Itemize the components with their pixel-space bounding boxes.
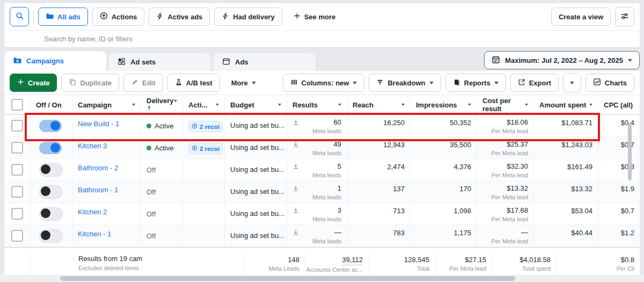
recommendations-cell	[182, 203, 224, 225]
header-delivery[interactable]: Delivery	[141, 95, 182, 114]
results-value: 49	[334, 140, 341, 149]
campaign-name-link[interactable]: Kitchen 3	[78, 139, 107, 150]
campaign-toggle[interactable]	[39, 142, 62, 154]
impressions-cell: 1,098	[410, 203, 477, 225]
sliders-icon	[620, 12, 629, 22]
campaign-toggle[interactable]	[39, 185, 63, 199]
row-checkbox[interactable]	[11, 186, 23, 198]
header-label: CPC (all)	[604, 101, 633, 109]
campaign-cell: New Build - 1	[72, 115, 141, 136]
cpc-cell: $0.7	[598, 203, 640, 225]
download-icon[interactable]	[292, 207, 299, 215]
header-cpc[interactable]: CPC (all)	[598, 95, 640, 114]
delivery-cell: Off	[141, 181, 182, 203]
row-checkbox[interactable]	[11, 208, 23, 220]
filter-had-delivery[interactable]: Had delivery	[214, 8, 282, 26]
header-cost-per-result[interactable]: Cost per result	[477, 95, 533, 114]
campaign-toggle[interactable]	[39, 163, 63, 177]
view-settings-button[interactable]	[615, 7, 634, 26]
budget-cell: Using ad set bu...	[224, 225, 287, 247]
budget-cell: Using ad set bu...	[224, 203, 287, 225]
download-icon[interactable]	[292, 185, 299, 193]
results-value: 1	[338, 184, 341, 193]
columns-button[interactable]: Columns: new	[283, 74, 365, 92]
filter-active-ads[interactable]: Active ads	[149, 8, 210, 26]
campaign-name-link[interactable]: Kitchen - 1	[78, 227, 111, 238]
header-amount-spent[interactable]: Amount spent	[533, 95, 598, 114]
row-checkbox[interactable]	[11, 142, 23, 154]
select-all-checkbox[interactable]	[11, 99, 23, 111]
duplicate-icon	[69, 78, 76, 88]
recommendations-badge[interactable]: 2 recoi	[188, 143, 223, 154]
campaign-name-link[interactable]: New Build - 1	[78, 117, 119, 128]
export-button[interactable]: Export	[510, 74, 559, 92]
campaign-name-link[interactable]: Bathroom - 2	[78, 161, 118, 172]
totals-spent: $4,018.58	[519, 256, 551, 264]
chevron-down-icon	[353, 82, 357, 84]
results-cell: 60 Meta leads	[287, 115, 347, 136]
download-icon[interactable]	[292, 119, 299, 127]
filter-actions[interactable]: Actions	[92, 8, 145, 26]
row-select-cell	[4, 203, 30, 225]
delivery-cell: Off	[141, 159, 182, 180]
edit-button[interactable]: Edit	[123, 74, 163, 92]
spent-value: $161.49	[567, 163, 592, 171]
tab-campaigns[interactable]: A Campaigns	[4, 51, 106, 71]
reports-button[interactable]: Reports	[445, 74, 506, 92]
download-icon[interactable]	[292, 163, 299, 171]
delivery-cell: Off	[141, 203, 182, 225]
reach-cell: 2,474	[347, 159, 410, 180]
create-view-button[interactable]: Create a view	[551, 8, 611, 26]
filter-all-ads[interactable]: All ads	[38, 8, 88, 26]
campaign-name-link[interactable]: Bathroom - 1	[78, 183, 118, 194]
download-icon[interactable]	[292, 229, 299, 237]
off-on-cell	[30, 115, 72, 136]
campaign-toggle[interactable]	[39, 229, 63, 243]
header-campaign[interactable]: Campaign	[72, 95, 141, 114]
header-impressions[interactable]: Impressions	[410, 95, 477, 114]
row-checkbox[interactable]	[11, 120, 23, 132]
create-button[interactable]: Create	[10, 74, 57, 92]
results-value: 3	[338, 206, 341, 215]
campaign-toggle[interactable]	[39, 207, 63, 221]
totals-spent-cell: $4,018.58 Total spent	[492, 252, 556, 275]
more-button[interactable]: More	[224, 74, 263, 92]
chevron-down-icon	[278, 104, 281, 106]
export-options-button[interactable]	[563, 73, 581, 92]
row-checkbox[interactable]	[11, 230, 23, 242]
header-actions[interactable]: Acti...	[182, 95, 224, 114]
results-sub: Meta leads	[312, 172, 341, 178]
totals-empty-cell	[4, 252, 30, 275]
tab-ad-sets[interactable]: Ad sets	[109, 53, 211, 71]
chevron-down-icon	[174, 100, 177, 102]
header-reach[interactable]: Reach	[347, 95, 410, 114]
horizontal-scrollbar-thumb[interactable]	[60, 276, 515, 281]
action-bar: Create Duplicate Edit A/B test More Co	[4, 71, 640, 95]
duplicate-button[interactable]: Duplicate	[61, 74, 119, 92]
campaign-toggle[interactable]	[39, 120, 62, 132]
tab-ads[interactable]: Ads	[214, 53, 316, 71]
search-input[interactable]	[10, 34, 634, 44]
totals-results-sub: Meta Leads	[269, 265, 299, 272]
search-button[interactable]	[10, 7, 29, 26]
charts-button[interactable]: Charts	[586, 74, 634, 92]
calendar-icon	[492, 55, 500, 66]
totals-cpc-sub: Per Cli	[617, 265, 634, 272]
see-more-button[interactable]: See more	[287, 8, 343, 26]
recommendations-badge[interactable]: 2 recoi	[188, 121, 223, 132]
budget-text: Using ad set bu...	[230, 139, 284, 151]
date-range-button[interactable]: Maximum: Jul 2, 2022 – Aug 2, 2025	[484, 51, 640, 69]
delivery-cell: Off	[141, 225, 182, 247]
row-checkbox[interactable]	[11, 164, 23, 176]
off-on-cell	[30, 159, 72, 180]
campaign-name-link[interactable]: Kitchen 2	[78, 205, 107, 216]
ab-test-button[interactable]: A/B test	[167, 74, 220, 92]
header-budget[interactable]: Budget	[224, 95, 287, 114]
table-totals-row: Results from 19 cam Excludes deleted ite…	[4, 247, 640, 275]
header-results[interactable]: Results	[287, 95, 347, 114]
cpc-cell: $1.9	[598, 181, 640, 203]
breakdown-button[interactable]: Breakdown	[369, 74, 441, 92]
vertical-scrollbar-thumb[interactable]	[628, 122, 632, 180]
table-row: Kitchen 2 Off Using ad set bu... 3 Meta …	[4, 203, 640, 225]
download-icon[interactable]	[292, 141, 299, 149]
